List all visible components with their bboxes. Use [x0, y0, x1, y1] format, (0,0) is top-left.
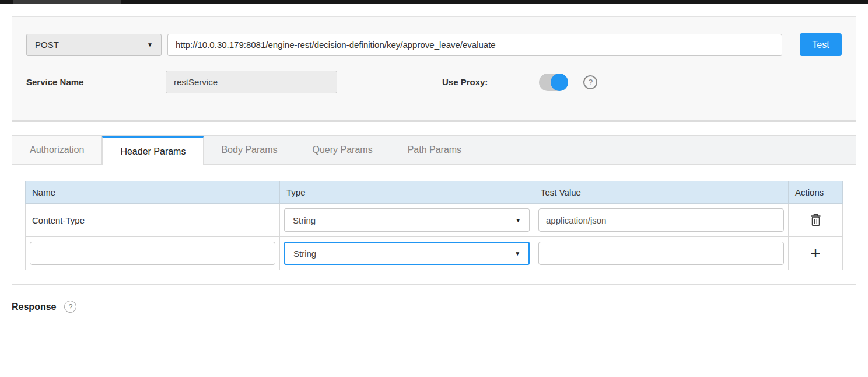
- response-label: Response: [12, 302, 56, 312]
- column-header-actions: Actions: [789, 181, 843, 204]
- service-row: Service Name Use Proxy: ?: [26, 71, 842, 93]
- service-name-label: Service Name: [26, 77, 166, 87]
- test-button[interactable]: Test: [800, 33, 842, 56]
- window-top-bar: [0, 0, 868, 4]
- tab-authorization[interactable]: Authorization: [12, 136, 102, 164]
- param-type-value: String: [293, 215, 316, 225]
- param-name-input[interactable]: [30, 242, 275, 265]
- tab-strip: Authorization Header Params Body Params …: [12, 136, 856, 165]
- param-type-select-focused[interactable]: String ▼: [284, 242, 530, 265]
- param-test-value-input[interactable]: [538, 208, 784, 232]
- response-section: Response ?: [12, 301, 856, 313]
- trash-icon: [810, 214, 821, 226]
- use-proxy-label: Use Proxy:: [442, 77, 488, 87]
- column-header-name: Name: [26, 181, 280, 204]
- dropdown-arrow-icon: ▼: [147, 41, 153, 48]
- plus-icon: +: [810, 243, 821, 263]
- dropdown-arrow-icon: ▼: [514, 250, 520, 257]
- table-row: String ▼ +: [26, 237, 843, 270]
- proxy-help-icon[interactable]: ?: [583, 75, 597, 89]
- use-proxy-toggle[interactable]: [539, 74, 568, 91]
- header-params-table: Name Type Test Value Actions Content-Typ…: [25, 181, 843, 270]
- table-header-row: Name Type Test Value Actions: [26, 181, 843, 204]
- page: POST ▼ Test Service Name Use Proxy: ? Au…: [0, 16, 868, 313]
- add-row-button[interactable]: +: [809, 246, 822, 260]
- response-help-icon[interactable]: ?: [64, 301, 76, 313]
- tab-body-params[interactable]: Body Params: [204, 136, 295, 164]
- http-method-select[interactable]: POST ▼: [26, 34, 162, 56]
- tab-path-params[interactable]: Path Params: [390, 136, 479, 164]
- param-type-select[interactable]: String ▼: [284, 208, 530, 232]
- url-input[interactable]: [167, 34, 782, 56]
- column-header-test-value: Test Value: [534, 181, 789, 204]
- param-test-value-input[interactable]: [538, 242, 784, 265]
- table-row: Content-Type String ▼: [26, 204, 843, 237]
- column-header-type: Type: [280, 181, 534, 204]
- params-panel: Authorization Header Params Body Params …: [12, 135, 856, 285]
- param-type-value: String: [293, 249, 316, 259]
- request-panel: POST ▼ Test Service Name Use Proxy: ?: [12, 16, 856, 122]
- http-method-value: POST: [35, 40, 59, 50]
- toggle-thumb-icon: [551, 74, 568, 91]
- service-name-input[interactable]: [166, 71, 337, 93]
- header-params-content: Name Type Test Value Actions Content-Typ…: [12, 165, 856, 284]
- delete-row-button[interactable]: [809, 212, 822, 228]
- tab-query-params[interactable]: Query Params: [295, 136, 390, 164]
- request-row: POST ▼ Test: [26, 33, 842, 56]
- dropdown-arrow-icon: ▼: [515, 217, 521, 224]
- tab-header-params[interactable]: Header Params: [102, 136, 204, 165]
- browser-tab-sliver: [13, 0, 121, 4]
- param-name-text: Content-Type: [30, 215, 275, 225]
